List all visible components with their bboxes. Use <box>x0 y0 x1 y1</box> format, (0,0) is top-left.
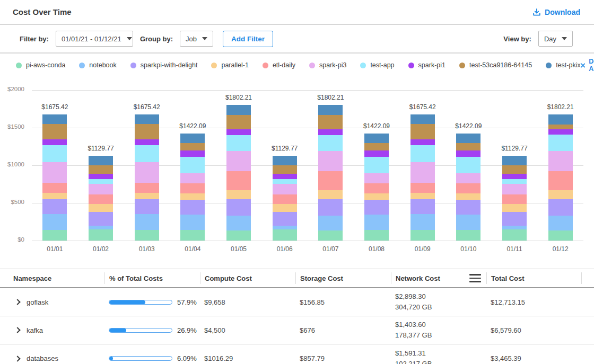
group-by-dropdown[interactable]: Job <box>180 31 213 47</box>
bar-01/03[interactable] <box>135 114 159 241</box>
bar-01/06[interactable] <box>273 156 297 241</box>
bar-segment-test-app <box>273 179 297 184</box>
legend-item-etl-daily[interactable]: etl-daily <box>263 61 295 69</box>
bar-segment-pi-aws-conda <box>318 230 343 241</box>
legend-swatch <box>360 63 366 68</box>
network-cost-value: $1,591.31 <box>395 348 486 359</box>
bar-segment-parallel-1 <box>410 193 435 199</box>
bar-segment-test-53ca9186-64145 <box>42 124 67 139</box>
bar-segment-test-53ca9186-64145 <box>410 124 435 139</box>
bar-segment-pi-aws-conda <box>89 229 113 241</box>
bar-01/11[interactable] <box>502 156 527 241</box>
bar-segment-pi-aws-conda <box>502 229 527 241</box>
bar-segment-parallel-1 <box>456 193 481 200</box>
bar-01/09[interactable] <box>410 114 435 241</box>
bar-segment-etl-daily <box>135 183 159 193</box>
bar-segment-notebook <box>456 215 481 230</box>
table-body: goflask57.9%$9,658$156.85$2,898.30304,72… <box>0 288 594 364</box>
bar-segment-test-53ca9186-64145 <box>180 143 205 150</box>
bar-01/08[interactable] <box>364 134 389 241</box>
bar-01/02[interactable] <box>89 156 113 241</box>
legend-item-label: pi-aws-conda <box>26 61 65 69</box>
legend-item-notebook[interactable]: notebook <box>79 61 116 69</box>
storage-cost-cell: $676 <box>295 326 391 334</box>
legend-item-parallel-1[interactable]: parallel-1 <box>211 61 248 69</box>
view-by-value: Day <box>544 35 556 43</box>
view-by-dropdown[interactable]: Day <box>538 31 573 47</box>
legend-item-test-app[interactable]: test-app <box>360 61 394 69</box>
date-range-dropdown[interactable]: 01/01/21 - 01/12/21 <box>56 31 133 47</box>
network-cost-cell: $1,591.31102,217 GB <box>391 348 486 364</box>
progress-bar <box>109 356 172 361</box>
namespace-cell: goflask <box>9 298 104 306</box>
bar-segment-spark-pi3 <box>180 173 205 183</box>
bar-segment-sparkpi-with-delight <box>42 199 67 214</box>
bar-segment-pi-aws-conda <box>364 230 389 241</box>
legend-item-pi-aws-conda[interactable]: pi-aws-conda <box>16 61 65 69</box>
column-menu-icon[interactable] <box>469 274 481 282</box>
close-icon <box>581 63 585 68</box>
bar-total-label: $1129.77 <box>76 145 125 152</box>
add-filter-button[interactable]: Add Filter <box>223 31 273 47</box>
bar-segment-notebook <box>364 215 389 230</box>
bar-segment-notebook <box>410 214 435 230</box>
bar-segment-test-app <box>226 135 251 151</box>
view-by-label: View by: <box>503 35 531 43</box>
legend-item-spark-pi3[interactable]: spark-pi3 <box>309 61 346 69</box>
table-row-databases: databases6.09%$1016.29$857.79$1,591.3110… <box>0 344 594 364</box>
bar-segment-spark-pi3 <box>42 162 67 183</box>
column-header-label: % of Total Costs <box>109 274 163 282</box>
cost-over-time-chart: $0$500$1000$1500$2000$1675.4201/01$1129.… <box>0 77 594 257</box>
x-axis-tick-label: 01/04 <box>168 245 217 253</box>
bar-segment-test-53ca9186-64145 <box>89 165 113 173</box>
expand-chevron-icon[interactable] <box>14 299 20 305</box>
expand-chevron-icon[interactable] <box>14 356 20 361</box>
panel-header: Cost Over Time Download <box>0 0 594 25</box>
bar-01/01[interactable] <box>42 114 67 241</box>
deselect-all-button[interactable]: Deselect All <box>581 58 594 73</box>
bar-segment-notebook <box>318 216 343 230</box>
bar-segment-test-app <box>456 157 481 173</box>
progress-bar <box>109 328 172 333</box>
bar-01/05[interactable] <box>226 105 251 241</box>
network-cost-value: $2,898.30 <box>395 291 486 302</box>
download-button[interactable]: Download <box>532 8 580 16</box>
bar-segment-parallel-1 <box>180 193 205 200</box>
bar-segment-parallel-1 <box>364 193 389 200</box>
legend-item-label: spark-pi3 <box>319 61 346 69</box>
compute-cost-cell: $4,500 <box>200 326 295 334</box>
storage-cost-cell: $156.85 <box>295 298 391 306</box>
chart-gridline <box>32 241 583 241</box>
legend-item-test-53ca9186-64145[interactable]: test-53ca9186-64145 <box>459 61 532 69</box>
legend-swatch <box>546 63 552 68</box>
bar-segment-notebook <box>89 226 113 229</box>
x-axis-tick-label: 01/11 <box>490 245 539 253</box>
progress-bar <box>109 300 172 305</box>
bar-segment-test-pkix <box>135 114 159 123</box>
legend-swatch <box>459 63 465 68</box>
bar-segment-test-pkix <box>42 114 67 123</box>
bar-segment-notebook <box>502 226 527 229</box>
download-label: Download <box>545 8 580 16</box>
bar-segment-test-53ca9186-64145 <box>548 125 573 129</box>
pct-value: 26.9% <box>177 326 197 334</box>
bar-segment-sparkpi-with-delight <box>456 200 481 215</box>
bar-01/12[interactable] <box>548 114 573 241</box>
bar-segment-spark-pi3 <box>89 184 113 194</box>
bar-segment-test-app <box>364 157 389 173</box>
bar-segment-parallel-1 <box>89 204 113 212</box>
legend-swatch <box>211 63 217 68</box>
legend-item-spark-pi1[interactable]: spark-pi1 <box>408 61 446 69</box>
bar-01/10[interactable] <box>456 134 481 241</box>
legend-item-label: notebook <box>89 61 116 69</box>
expand-chevron-icon[interactable] <box>14 327 20 333</box>
column-header-network-cost: Network Cost <box>391 272 486 284</box>
bar-01/07[interactable] <box>318 105 343 241</box>
bar-segment-notebook <box>42 214 67 230</box>
bar-segment-test-app <box>410 145 435 162</box>
bar-segment-test-53ca9186-64145 <box>226 115 251 130</box>
bar-segment-etl-daily <box>318 171 343 191</box>
legend-item-sparkpi-with-delight[interactable]: sparkpi-with-delight <box>130 61 198 69</box>
legend-item-test-pkix[interactable]: test-pkix <box>546 61 581 69</box>
bar-01/04[interactable] <box>180 134 205 241</box>
